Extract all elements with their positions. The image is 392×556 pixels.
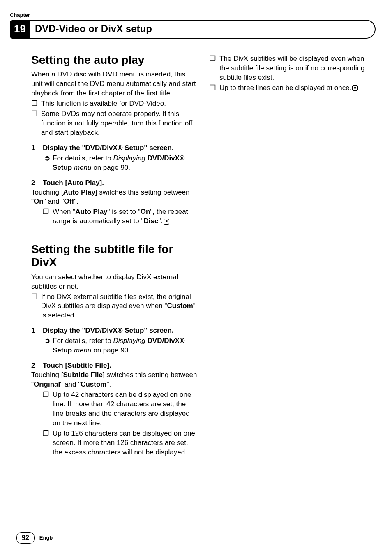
heading-auto-play: Setting the auto play: [31, 53, 197, 67]
right-bullet-1: The DivX subtitles will be displayed eve…: [219, 54, 376, 83]
step-2b-text: Touch [Subtitle File].: [43, 361, 111, 371]
language-code: Engb: [39, 534, 53, 542]
step-number: 1: [31, 326, 43, 336]
step-number: 2: [31, 361, 43, 371]
bullet-icon: ❐: [210, 83, 219, 93]
right-bullet-2: Up to three lines can be displayed at on…: [219, 83, 376, 93]
section-end-icon: ■: [164, 219, 169, 225]
bullet-icon: ❐: [31, 99, 41, 109]
step-2-text: Touch [Auto Play].: [43, 178, 104, 188]
bullet-icon: ❐: [43, 429, 53, 457]
reference-text: For details, refer to Displaying DVD/Div…: [53, 336, 197, 355]
autoplay-bullet-2: Some DVDs may not operate properly. If t…: [41, 109, 197, 138]
bullet-icon: ❐: [31, 109, 41, 138]
step-1-autoplay: 1 Display the "DVD/DivX® Setup" screen.: [31, 144, 197, 153]
step-number: 1: [31, 144, 43, 153]
bullet-icon: ❐: [31, 292, 41, 321]
right-column: ❐ The DivX subtitles will be displayed e…: [210, 53, 376, 457]
subtitle-touch-desc: Touching [Subtitle File] switches this s…: [31, 371, 197, 389]
step-1b-text: Display the "DVD/DivX® Setup" screen.: [43, 326, 174, 336]
section-end-icon: ■: [352, 85, 358, 91]
heading-subtitle-file: Setting the subtitle file for DivX: [31, 243, 197, 269]
autoplay-repeat-note: When "Auto Play" is set to "On", the rep…: [53, 207, 197, 226]
left-column: Setting the auto play When a DVD disc wi…: [31, 53, 197, 457]
autoplay-bullet-1: This function is available for DVD-Video…: [41, 99, 197, 109]
autoplay-intro: When a DVD disc with DVD menu is inserte…: [31, 70, 197, 98]
subtitle-bullet: If no DivX external subtitle files exist…: [41, 292, 197, 321]
subtitle-note-2: Up to 126 characters can be displayed on…: [53, 429, 197, 457]
step-number: 2: [31, 178, 43, 188]
page-footer: 92 Engb: [16, 532, 53, 544]
bullet-icon: ❐: [43, 207, 53, 226]
chapter-title-wrap: DVD-Video or DivX setup: [29, 20, 376, 39]
reference-arrow-icon: ➲: [44, 336, 53, 355]
subtitle-intro: You can select whether to display DivX e…: [31, 273, 197, 292]
bullet-icon: ❐: [43, 390, 53, 428]
page-number: 92: [16, 532, 35, 544]
chapter-title: DVD-Video or DivX setup: [35, 23, 152, 34]
step-1-subtitle: 1 Display the "DVD/DivX® Setup" screen.: [31, 326, 197, 336]
step-1-text: Display the "DVD/DivX® Setup" screen.: [43, 144, 174, 153]
reference-text: For details, refer to Displaying DVD/Div…: [53, 154, 197, 173]
reference-arrow-icon: ➲: [44, 154, 53, 173]
step-2-subtitle: 2 Touch [Subtitle File].: [31, 361, 197, 371]
autoplay-touch-desc: Touching [Auto Play] switches this setti…: [31, 188, 197, 207]
bullet-icon: ❐: [210, 54, 219, 83]
chapter-label: Chapter: [10, 12, 376, 19]
step-2-autoplay: 2 Touch [Auto Play].: [31, 178, 197, 188]
chapter-bar: 19 DVD-Video or DivX setup: [10, 20, 376, 39]
chapter-number: 19: [10, 20, 30, 39]
subtitle-note-1: Up to 42 characters can be displayed on …: [53, 390, 197, 428]
